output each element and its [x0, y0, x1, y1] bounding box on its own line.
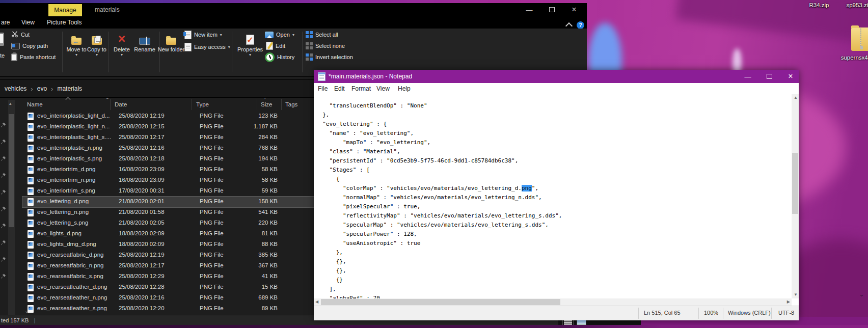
- file-row[interactable]: evo_rearseatleather_n.png25/08/2020 12:1…: [22, 293, 314, 304]
- column-divider[interactable]: [281, 99, 282, 110]
- maximize-icon: [767, 74, 772, 79]
- menu-format[interactable]: Format: [351, 83, 371, 94]
- select-none-button[interactable]: Select none: [306, 41, 345, 51]
- rename-button[interactable]: Rename: [131, 31, 158, 52]
- file-row[interactable]: evo_rearseatleather_s.png25/08/2020 12:2…: [22, 304, 314, 314]
- breadcrumb-evo[interactable]: evo: [37, 85, 47, 92]
- file-row[interactable]: evo_interiortrim_s.png17/08/2020 00:31PN…: [22, 186, 314, 197]
- breadcrumb-vehicles[interactable]: vehicles: [5, 85, 26, 92]
- scrollbar-thumb[interactable]: [9, 114, 14, 227]
- file-row[interactable]: evo_rearseatfabric_d.png25/08/2020 12:19…: [22, 250, 314, 261]
- column-header-date[interactable]: Date: [115, 101, 127, 107]
- menu-view[interactable]: View: [376, 83, 390, 94]
- file-size: 58 KB: [234, 177, 278, 183]
- notepad-titlebar[interactable]: *main.materials.json - Notepad — ×: [314, 70, 799, 83]
- file-row[interactable]: evo_lettering_n.png21/08/2020 01:58PNG F…: [22, 207, 314, 218]
- notepad-window: *main.materials.json - Notepad — × File …: [314, 70, 799, 320]
- invert-selection-button[interactable]: Invert selection: [306, 52, 353, 62]
- column-header-name[interactable]: Name: [27, 101, 43, 107]
- file-row[interactable]: evo_interiorplastic_light_n...25/08/2020…: [22, 122, 314, 132]
- file-row[interactable]: evo_lights_dmg_d.png18/08/2020 02:09PNG …: [22, 239, 314, 250]
- select-all-button[interactable]: Select all: [306, 30, 338, 40]
- file-date: 25/08/2020 12:16: [119, 145, 165, 151]
- file-name: evo_lights_d.png: [37, 230, 82, 236]
- notepad-maximize-button[interactable]: [759, 70, 779, 83]
- paste-label-partial[interactable]: te: [0, 52, 5, 59]
- copy-path-button[interactable]: Copy path: [11, 41, 48, 51]
- file-row[interactable]: evo_interiorplastic_light_s....25/08/202…: [22, 132, 314, 143]
- tab-picture-tools[interactable]: Picture Tools: [47, 16, 82, 29]
- desktop-icon-label-supernsx4[interactable]: supernsx4...: [836, 54, 868, 61]
- navigation-scrollbar[interactable]: ▴: [8, 100, 15, 316]
- paste-icon-partial[interactable]: [0, 33, 4, 46]
- file-row[interactable]: evo_interiorplastic_n.png25/08/2020 12:1…: [22, 143, 314, 154]
- edit-button[interactable]: Edit: [266, 41, 285, 51]
- help-icon[interactable]: ?: [577, 21, 584, 29]
- column-divider[interactable]: [110, 99, 111, 110]
- history-button[interactable]: History: [265, 52, 294, 62]
- manage-contextual-tab[interactable]: Manage: [48, 4, 82, 16]
- menu-help[interactable]: Help: [398, 83, 411, 94]
- file-size: 58 KB: [234, 166, 278, 172]
- tab-view[interactable]: View: [21, 16, 35, 29]
- file-row[interactable]: evo_interiorplastic_s.png25/08/2020 12:1…: [22, 154, 314, 165]
- sort-ascending-icon: [66, 97, 71, 102]
- desktop-icon-label-r34[interactable]: R34.zip: [804, 2, 834, 8]
- scroll-up-icon[interactable]: ▴: [9, 101, 12, 106]
- file-row[interactable]: evo_lettering_s.png21/08/2020 02:05PNG F…: [22, 218, 314, 229]
- menu-file[interactable]: File: [318, 83, 328, 94]
- column-divider[interactable]: [192, 99, 192, 110]
- notepad-minimize-button[interactable]: —: [738, 70, 758, 83]
- column-header-type[interactable]: Type: [196, 101, 209, 107]
- properties-button[interactable]: ✓ Properties ▾: [236, 31, 264, 57]
- file-row[interactable]: evo_lettering_d.png21/08/2020 02:01PNG F…: [22, 197, 314, 207]
- explorer-titlebar[interactable]: Manage materials — ×: [0, 3, 587, 16]
- png-file-icon: [28, 305, 34, 313]
- column-header-tags[interactable]: Tags: [285, 101, 297, 107]
- new-item-button[interactable]: New item ▾: [184, 30, 222, 40]
- copy-to-button[interactable]: Copy to ▾: [83, 31, 111, 57]
- scroll-left-icon[interactable]: ◀: [315, 298, 318, 306]
- tab-share-partial[interactable]: are: [1, 16, 10, 29]
- file-size: 194 KB: [234, 155, 278, 161]
- cut-button[interactable]: Cut: [11, 30, 30, 40]
- file-name: evo_interiorplastic_light_d...: [37, 113, 110, 119]
- file-date: 25/08/2020 12:17: [119, 134, 165, 140]
- scrollbar-thumb[interactable]: [792, 153, 798, 214]
- collapse-ribbon-icon[interactable]: [566, 23, 572, 29]
- scrollbar-thumb[interactable]: [321, 299, 560, 305]
- minimize-button[interactable]: —: [524, 3, 535, 16]
- file-row[interactable]: evo_rearseatleather_d.png25/08/2020 12:2…: [22, 282, 314, 293]
- file-row[interactable]: evo_interiortrim_d.png16/08/2020 23:09PN…: [22, 165, 314, 175]
- scroll-down-icon[interactable]: ▼: [794, 291, 798, 298]
- close-button[interactable]: ×: [568, 3, 580, 16]
- notepad-horizontal-scrollbar[interactable]: ◀ ▶: [314, 298, 792, 306]
- file-row[interactable]: evo_rearseatfabric_s.png25/08/2020 12:29…: [22, 271, 314, 282]
- file-date: 16/08/2020 23:09: [119, 177, 165, 183]
- file-row[interactable]: evo_interiorplastic_light_d...25/08/2020…: [22, 111, 314, 122]
- menu-edit[interactable]: Edit: [334, 83, 345, 94]
- zip-folder-icon[interactable]: [851, 28, 868, 51]
- column-divider[interactable]: [257, 99, 257, 110]
- scroll-right-icon[interactable]: ▶: [787, 298, 790, 306]
- file-row[interactable]: evo_lights_d.png18/08/2020 02:09PNG File…: [22, 229, 314, 239]
- breadcrumb-materials[interactable]: materials: [57, 85, 82, 92]
- selected-text: png: [522, 185, 532, 192]
- scroll-up-icon[interactable]: ▲: [794, 94, 798, 101]
- open-button[interactable]: Open ▾: [265, 30, 294, 40]
- pin-icon: [1, 255, 7, 261]
- notepad-vertical-scrollbar[interactable]: ▲ ▼: [792, 94, 799, 298]
- column-header-size[interactable]: Size: [261, 101, 272, 107]
- file-row[interactable]: evo_interiortrim_n.png16/08/2020 23:09PN…: [22, 175, 314, 186]
- desktop-icon-label-sp953[interactable]: sp953.zip: [844, 2, 868, 8]
- file-type: PNG File: [200, 262, 224, 268]
- easy-access-button[interactable]: Easy access ▾: [184, 42, 230, 52]
- status-divider: [638, 308, 639, 319]
- file-row[interactable]: evo_rearseatfabric_n.png25/08/2020 12:17…: [22, 261, 314, 271]
- file-date: 16/08/2020 23:09: [119, 166, 165, 172]
- maximize-button[interactable]: [546, 3, 557, 16]
- notepad-text-area[interactable]: "translucentBlendOp" : "None" }, "evo_le…: [314, 94, 792, 298]
- paste-shortcut-button[interactable]: Paste shortcut: [11, 52, 56, 62]
- notepad-close-button[interactable]: ×: [780, 70, 801, 83]
- new-folder-button[interactable]: New folder: [157, 31, 185, 52]
